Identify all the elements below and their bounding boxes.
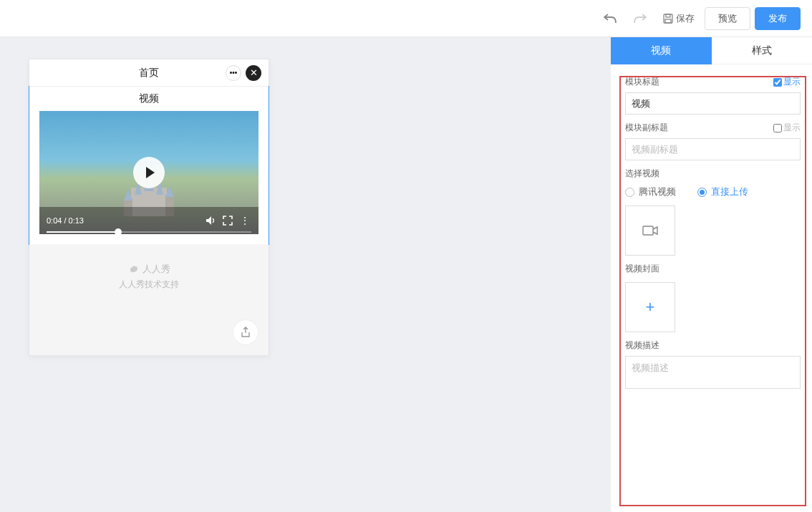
module-title-label: 视频 [29,87,269,111]
radio-upload[interactable]: 直接上传 [697,185,748,198]
panel-body: 模块标题 显示 模块副标题 显示 选择视频 [619,76,806,506]
undo-icon[interactable] [597,6,623,32]
brand-text: 人人秀 [142,263,170,276]
share-button[interactable] [233,319,258,345]
fullscreen-icon[interactable] [221,214,234,227]
svg-rect-1 [666,14,670,17]
module-title-show-toggle[interactable]: 显示 [773,76,801,88]
module-subtitle-field-label: 模块副标题 [625,122,668,134]
page-title: 首页 [139,67,159,79]
preview-button[interactable]: 预览 [705,7,750,30]
publish-button[interactable]: 发布 [755,7,801,30]
plus-icon: + [646,298,655,317]
phone-footer: 人人秀 人人秀技术支持 [29,244,269,355]
phone-preview: 首页 ••• ✕ 视频 [29,59,269,356]
brand-row: 人人秀 [29,263,269,276]
select-video-label: 选择视频 [625,168,659,180]
video-cover-label: 视频封面 [625,263,659,275]
radio-tencent[interactable]: 腾讯视频 [625,185,676,198]
svg-rect-11 [643,226,653,235]
video-module[interactable]: 视频 0:04 / 0:13 [29,86,269,245]
close-icon[interactable]: ✕ [246,65,261,81]
share-icon [240,327,251,338]
side-panel: 视频 样式 模块标题 显示 模块副标题 显示 选择 [610,37,812,512]
canvas-area: 首页 ••• ✕ 视频 [0,37,610,512]
video-time-label: 0:04 / 0:13 [47,216,84,225]
module-subtitle-input[interactable] [625,138,801,160]
upload-cover-button[interactable]: + [625,282,675,332]
redo-icon[interactable] [627,6,653,32]
camera-icon [642,224,658,237]
save-label: 保存 [676,12,695,25]
module-title-show-checkbox[interactable] [773,78,782,87]
tab-style[interactable]: 样式 [712,37,813,64]
module-subtitle-show-toggle[interactable]: 显示 [773,122,801,134]
tab-video[interactable]: 视频 [611,37,712,64]
module-subtitle-show-checkbox[interactable] [773,124,782,132]
phone-header: 首页 ••• ✕ [29,59,269,87]
more-icon[interactable]: ••• [226,65,241,81]
video-desc-textarea[interactable] [625,356,801,389]
video-player[interactable]: 0:04 / 0:13 ⋮ [39,111,258,234]
brand-sub-text: 人人秀技术支持 [29,279,269,291]
bird-icon [128,264,140,275]
video-desc-label: 视频描述 [625,339,659,352]
more-vert-icon[interactable]: ⋮ [238,214,251,227]
play-icon[interactable] [133,157,165,188]
video-progress-bar[interactable] [47,231,251,233]
svg-rect-2 [665,19,671,23]
module-title-input[interactable] [625,92,801,115]
upload-video-button[interactable] [625,206,675,256]
module-title-field-label: 模块标题 [625,76,659,88]
volume-icon[interactable] [204,214,217,227]
video-controls: 0:04 / 0:13 ⋮ [39,207,258,234]
top-toolbar: 保存 预览 发布 [0,0,812,37]
panel-tabs: 视频 样式 [611,37,812,64]
save-button[interactable]: 保存 [657,12,700,25]
